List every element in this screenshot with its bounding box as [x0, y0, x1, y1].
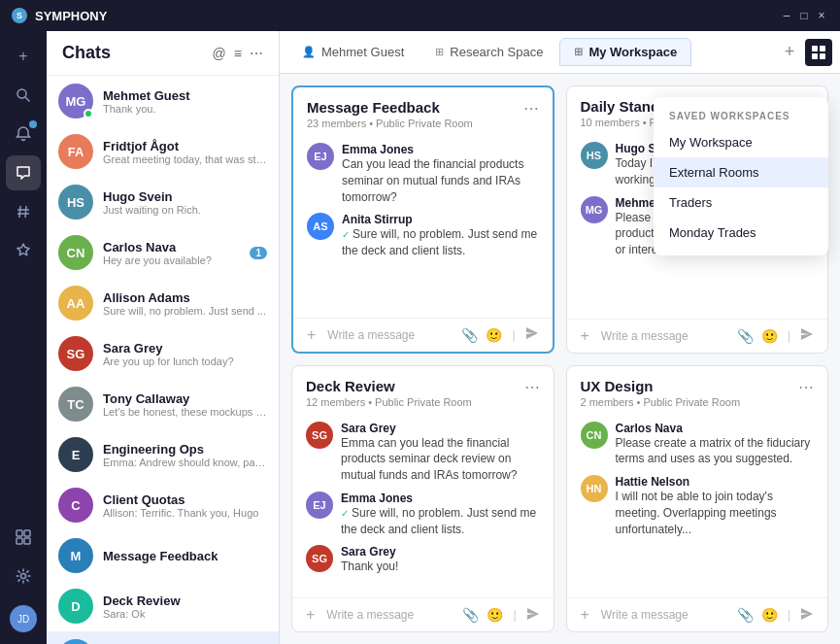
tab-bar: 👤 Mehmet Guest ⊞ Research Space ⊞ My Wor…	[280, 31, 840, 74]
emoji-icon[interactable]: 🙂	[487, 607, 503, 623]
message-text: ✓Sure will, no problem. Just send me the…	[342, 226, 539, 259]
message-content: Carlos Nava Please create a matrix of th…	[616, 422, 815, 468]
room-messages: EJ Emma Jones Can you lead the financial…	[293, 135, 553, 318]
svg-rect-9	[24, 538, 30, 544]
write-message-placeholder[interactable]: Write a message	[326, 608, 454, 622]
tab-research[interactable]: ⊞ Research Space	[420, 38, 557, 66]
mention-icon[interactable]: @	[213, 46, 226, 61]
app-logo: S	[12, 8, 27, 23]
tab-workspace[interactable]: ⊞ My Workspace	[559, 38, 691, 66]
emoji-icon[interactable]: 🙂	[761, 607, 778, 623]
user-avatar[interactable]: JD	[10, 605, 37, 632]
sidebar-item-carlos[interactable]: CN Carlos Nava Hey are you available? 1	[47, 227, 279, 278]
emoji-icon[interactable]: 🙂	[761, 328, 778, 344]
workspace-item-2[interactable]: Traders	[654, 187, 828, 218]
bell-button[interactable]	[6, 117, 41, 152]
add-message-button[interactable]: +	[307, 326, 316, 344]
send-icon[interactable]	[525, 326, 539, 343]
workspace-item-1[interactable]: External Rooms	[654, 157, 828, 187]
app-wrapper: + JD Chats @	[0, 31, 840, 644]
message-avatar: EJ	[307, 143, 334, 170]
message-sender: Emma Jones	[342, 143, 539, 156]
write-message-placeholder[interactable]: Write a message	[327, 328, 454, 342]
sidebar-item-fridtjof[interactable]: FA Fridtjof Ågot Great meeting today, th…	[47, 126, 279, 177]
send-icon[interactable]	[800, 327, 814, 344]
chat-button[interactable]	[6, 155, 41, 190]
saved-workspaces-dropdown: SAVED WORKSPACES My WorkspaceExternal Ro…	[654, 97, 828, 255]
search-button[interactable]	[6, 78, 41, 113]
svg-rect-7	[24, 530, 30, 536]
window-controls[interactable]: – □ ×	[780, 9, 828, 22]
grid-button[interactable]	[6, 520, 41, 555]
chat-info: Client Quotas Allison: Terrific. Thank y…	[103, 492, 267, 519]
star-button[interactable]	[6, 233, 41, 268]
room-more-button[interactable]: ⋯	[523, 99, 539, 118]
write-message-placeholder[interactable]: Write a message	[601, 329, 729, 343]
workspace-grid-button[interactable]	[805, 39, 832, 66]
chat-name: Deck Review	[103, 593, 267, 608]
sidebar-item-mehmet[interactable]: MG Mehmet Guest Thank you.	[47, 76, 279, 126]
sidebar-item-engineering[interactable]: E Engineering Ops Emma: Andrew should kn…	[47, 429, 279, 480]
message-sender: Sara Grey	[341, 422, 540, 435]
room-meta: 2 members • Public Private Room	[581, 396, 741, 408]
minimize-button[interactable]: –	[780, 9, 793, 22]
add-message-button[interactable]: +	[581, 327, 589, 345]
tab-label: Research Space	[450, 45, 543, 59]
room-more-button[interactable]: ⋯	[798, 378, 814, 396]
svg-rect-11	[812, 46, 818, 51]
sidebar-item-msg-feedback2[interactable]: C Message Feedback Anita: Sure will, no …	[47, 631, 279, 644]
plus-button[interactable]: +	[6, 39, 41, 74]
chat-avatar: C	[58, 488, 93, 523]
settings-button[interactable]	[6, 559, 41, 593]
chat-name: Sara Grey	[103, 341, 267, 356]
more-icon[interactable]: ⋯	[250, 46, 263, 61]
online-indicator	[84, 109, 93, 119]
svg-rect-14	[820, 53, 825, 59]
workspace-item-0[interactable]: My Workspace	[654, 127, 828, 157]
svg-line-2	[19, 206, 20, 218]
hash-button[interactable]	[6, 194, 41, 229]
close-button[interactable]: ×	[815, 9, 828, 22]
message-sender: Anita Stirrup	[342, 213, 539, 226]
sidebar-item-allison[interactable]: AA Allison Adams Sure will, no problem. …	[47, 278, 279, 328]
sidebar-item-tony[interactable]: TC Tony Callaway Let's be honest, these …	[47, 379, 279, 429]
emoji-icon[interactable]: 🙂	[486, 327, 502, 343]
write-message-placeholder[interactable]: Write a message	[601, 608, 729, 622]
tab-label: My Workspace	[588, 45, 677, 59]
room-message: HN Hattie Nelson I will not be able to j…	[581, 475, 815, 537]
sidebar-item-client[interactable]: C Client Quotas Allison: Terrific. Thank…	[47, 480, 279, 530]
room-footer: + Write a message 📎 🙂 |	[293, 318, 553, 352]
attachment-icon[interactable]: 📎	[737, 607, 754, 623]
sidebar-header-icons: @ ≡ ⋯	[213, 46, 263, 61]
chat-name: Mehmet Guest	[103, 88, 267, 103]
sidebar-item-sara[interactable]: SG Sara Grey Are you up for lunch today?	[47, 328, 279, 379]
sidebar-item-hugo[interactable]: HS Hugo Svein Just waiting on Rich.	[47, 177, 279, 227]
send-icon[interactable]	[526, 607, 540, 624]
chat-name: Hugo Svein	[103, 189, 267, 204]
room-message: SG Sara Grey Emma can you lead the finan…	[306, 422, 540, 484]
attachment-icon[interactable]: 📎	[461, 327, 478, 343]
message-text: Emma can you lead the financial products…	[341, 435, 540, 484]
add-message-button[interactable]: +	[581, 606, 589, 624]
workspace-item-3[interactable]: Monday Trades	[654, 218, 828, 248]
chat-avatar: SG	[58, 336, 93, 371]
tab-mehmet[interactable]: 👤 Mehmet Guest	[287, 38, 419, 66]
add-message-button[interactable]: +	[306, 606, 315, 624]
message-content: Anita Stirrup ✓Sure will, no problem. Ju…	[342, 213, 539, 259]
attachment-icon[interactable]: 📎	[737, 328, 754, 344]
room-more-button[interactable]: ⋯	[524, 378, 540, 396]
filter-icon[interactable]: ≡	[234, 46, 242, 61]
add-tab-button[interactable]: +	[776, 39, 803, 66]
attachment-icon[interactable]: 📎	[462, 607, 479, 623]
separator: |	[512, 328, 515, 342]
send-icon[interactable]	[800, 607, 814, 624]
svg-line-1	[25, 97, 29, 101]
sidebar-item-message-feedback[interactable]: M Message Feedback	[47, 530, 279, 581]
message-avatar: AS	[307, 213, 334, 240]
separator: |	[788, 329, 790, 343]
message-avatar: CN	[581, 422, 608, 449]
chat-avatar: FA	[58, 134, 93, 169]
maximize-button[interactable]: □	[797, 9, 811, 22]
sidebar-item-deck-review[interactable]: D Deck Review Sara: Ok	[47, 581, 279, 631]
message-text: Can you lead the financial products semi…	[342, 156, 539, 205]
